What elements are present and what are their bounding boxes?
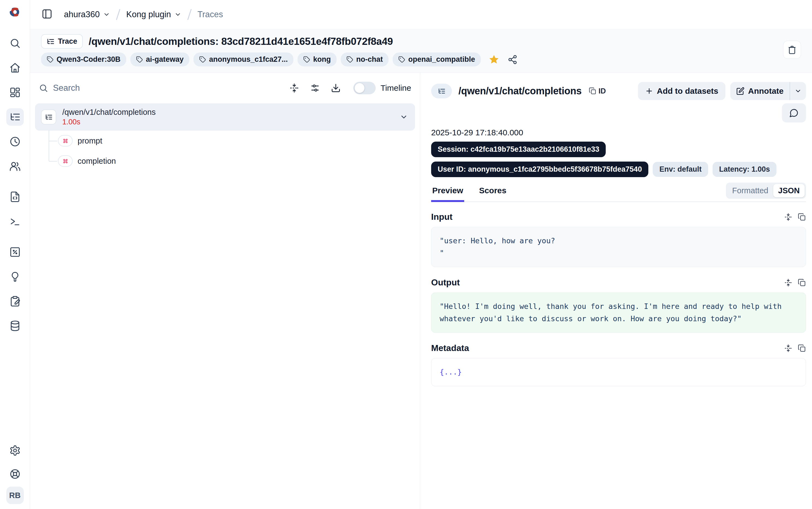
- breadcrumb-page[interactable]: Traces: [197, 9, 223, 20]
- comments-button[interactable]: [782, 103, 806, 123]
- output-section-icons: [784, 278, 806, 287]
- tab-preview[interactable]: Preview: [431, 186, 464, 202]
- sidebar-item-playground[interactable]: [6, 213, 24, 230]
- sidebar-item-settings[interactable]: [6, 442, 24, 459]
- format-toggle: Formatted JSON: [726, 182, 806, 199]
- user-avatar[interactable]: RB: [6, 486, 24, 504]
- format-option-json[interactable]: JSON: [773, 184, 805, 197]
- breadcrumb-separator: [187, 9, 191, 20]
- user-id-badge[interactable]: User ID: anonymous_c1fca2795bbedc5f36678…: [431, 162, 648, 177]
- download-icon[interactable]: [331, 83, 341, 93]
- breadcrumb-project[interactable]: Kong plugin: [126, 9, 181, 20]
- sidebar-item-dashboards[interactable]: [6, 83, 24, 101]
- input-content[interactable]: "user: Hello, how are you? ": [431, 227, 806, 267]
- tree-observation-prompt[interactable]: prompt: [35, 131, 415, 151]
- file-code-icon: [9, 191, 21, 203]
- tag-icon: [199, 56, 206, 63]
- trace-tree: /qwen/v1/chat/completions 1.00s prompt: [35, 103, 415, 171]
- copy-icon[interactable]: [798, 278, 806, 287]
- app-logo-icon[interactable]: [7, 4, 23, 20]
- latency-badge: Latency: 1.00s: [712, 162, 776, 177]
- tag-chip[interactable]: kong: [298, 53, 337, 66]
- sidebar-item-evaluation[interactable]: [6, 243, 24, 261]
- tree-root-latency: 1.00s: [62, 118, 156, 126]
- breadcrumb-project-label: Kong plugin: [126, 9, 171, 20]
- tree-root-text: /qwen/v1/chat/completions 1.00s: [62, 108, 156, 126]
- sidebar-item-insights[interactable]: [6, 268, 24, 285]
- tag-label: ai-gateway: [146, 55, 184, 64]
- list-tree-icon: [46, 37, 54, 46]
- sidebar-footer: RB: [6, 442, 24, 504]
- tag-chip[interactable]: openai_compatible: [393, 53, 481, 66]
- annotate-dropdown-button[interactable]: [790, 82, 806, 100]
- tag-chip[interactable]: anonymous_c1fca27...: [193, 53, 293, 66]
- copy-id-button[interactable]: ID: [589, 87, 606, 95]
- tree-observation-completion[interactable]: completion: [35, 151, 415, 171]
- search-input[interactable]: [53, 83, 279, 93]
- sidebar-item-home[interactable]: [6, 59, 24, 76]
- pinwheel-icon: [62, 137, 69, 145]
- detail-tabs: Preview Scores Formatted JSON: [431, 186, 806, 202]
- breadcrumb-org-label: ahura360: [64, 9, 100, 20]
- home-icon: [9, 62, 21, 73]
- content-split: Timeline /qwen/v1/chat/completions 1.00s: [30, 73, 812, 509]
- timeline-toggle[interactable]: [353, 82, 376, 94]
- chevron-down-icon[interactable]: [400, 113, 408, 121]
- tags-row: Qwen3-Coder:30B ai-gateway anonymous_c1f…: [41, 53, 801, 66]
- bookmark-star-icon[interactable]: [488, 54, 500, 65]
- sidebar-item-users[interactable]: [6, 158, 24, 175]
- add-to-datasets-button[interactable]: Add to datasets: [638, 82, 726, 100]
- tag-chip[interactable]: no-chat: [341, 53, 389, 66]
- sidebar-item-search[interactable]: [6, 34, 24, 52]
- fold-vertical-icon[interactable]: [784, 344, 792, 352]
- search-icon: [9, 37, 21, 49]
- filter-sliders-icon[interactable]: [310, 83, 320, 93]
- tag-chip[interactable]: Qwen3-Coder:30B: [41, 53, 126, 66]
- sidebar-item-support[interactable]: [6, 465, 24, 483]
- output-content[interactable]: "Hello! I'm doing well, thank you for as…: [431, 293, 806, 333]
- trace-header: Trace /qwen/v1/chat/completions: 83cd782…: [30, 29, 812, 73]
- metadata-content[interactable]: {...}: [431, 358, 806, 386]
- toggle-knob: [355, 83, 365, 93]
- copy-icon[interactable]: [798, 213, 806, 221]
- metadata-section-header: Metadata: [431, 343, 806, 353]
- sidebar-item-datasets[interactable]: [6, 317, 24, 335]
- sidebar-item-sessions[interactable]: [6, 133, 24, 150]
- copy-icon[interactable]: [798, 344, 806, 352]
- chevron-down-icon: [103, 11, 110, 18]
- pinwheel-icon: [62, 158, 69, 165]
- session-badge[interactable]: Session: c42fca19b75e13aac2b2106610f81e3…: [431, 142, 606, 157]
- tab-scores[interactable]: Scores: [478, 186, 507, 201]
- trace-node-pill: [431, 83, 452, 98]
- trace-type-badge: Trace: [41, 34, 83, 49]
- tag-label: kong: [313, 55, 331, 64]
- sidebar-item-prompts[interactable]: [6, 188, 24, 206]
- annotate-label: Annotate: [748, 87, 784, 96]
- share-icon[interactable]: [508, 55, 517, 65]
- tree-root-row[interactable]: /qwen/v1/chat/completions 1.00s: [35, 103, 415, 131]
- percent-square-icon: [9, 246, 21, 258]
- app-root: RB ahura360 Kong plugin Traces: [0, 0, 812, 509]
- terminal-icon: [9, 216, 21, 227]
- search-row: Timeline: [35, 79, 415, 97]
- sidebar-item-annotation[interactable]: [6, 293, 24, 310]
- clock-icon: [9, 136, 21, 147]
- fold-vertical-icon[interactable]: [784, 278, 792, 287]
- panel-left-toggle-icon[interactable]: [41, 8, 53, 21]
- tag-chip[interactable]: ai-gateway: [130, 53, 189, 66]
- pen-square-icon: [736, 87, 744, 95]
- trace-title-row: Trace /qwen/v1/chat/completions: 83cd782…: [41, 34, 801, 49]
- fold-vertical-icon[interactable]: [784, 213, 792, 221]
- copy-icon: [589, 87, 596, 95]
- tag-icon: [303, 56, 310, 63]
- format-option-formatted[interactable]: Formatted: [727, 184, 773, 197]
- trace-node-badge: [41, 109, 56, 125]
- observation-badge: [58, 135, 73, 146]
- sidebar-item-tracing[interactable]: [6, 108, 24, 126]
- delete-trace-button[interactable]: [783, 41, 801, 59]
- breadcrumb-org[interactable]: ahura360: [64, 9, 110, 20]
- annotate-button[interactable]: Annotate: [730, 87, 789, 96]
- database-icon: [9, 320, 21, 332]
- trace-timestamp: 2025-10-29 17:18:40.000: [431, 128, 806, 137]
- fold-vertical-icon[interactable]: [289, 83, 299, 93]
